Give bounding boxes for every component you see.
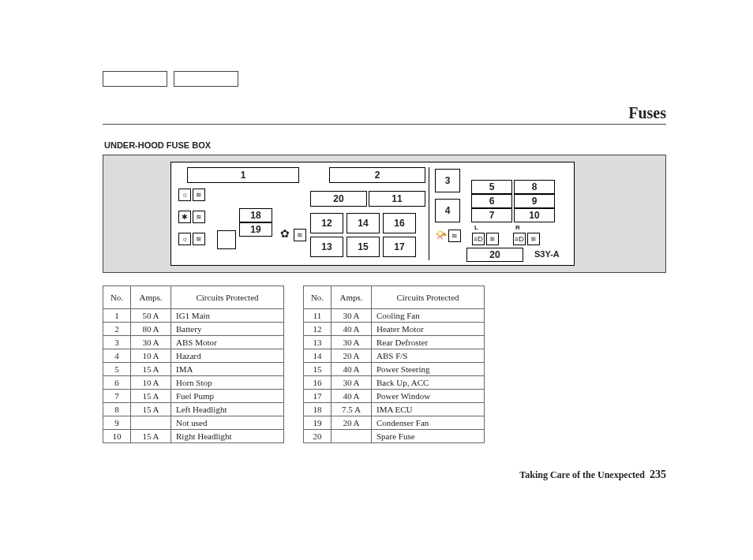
slot-2: 2	[329, 167, 425, 183]
table-row: 1920 ACondenser Fan	[304, 416, 485, 430]
cell-no: 9	[103, 416, 131, 430]
table-row: 410 AHazard	[103, 349, 284, 363]
cell-circuit: Cooling Fan	[372, 309, 485, 323]
fuse-tables: No. Amps. Circuits Protected 150 AIG1 Ma…	[103, 286, 666, 443]
cell-circuit: Right Headlight	[171, 430, 284, 443]
slot-12: 12	[310, 213, 343, 233]
headlight-icon: ≡D	[472, 233, 485, 245]
cell-no: 19	[304, 416, 332, 430]
cell-amps: 15 A	[131, 403, 171, 416]
cell-amps: 30 A	[332, 336, 372, 349]
col-circuits: Circuits Protected	[171, 286, 284, 309]
slot-5: 5	[471, 180, 512, 194]
cell-amps	[131, 416, 171, 430]
table-row: 280 ABattery	[103, 323, 284, 336]
cell-no: 4	[103, 349, 131, 363]
table-row: 715 AFuel Pump	[103, 390, 284, 403]
cell-no: 13	[304, 336, 332, 349]
wave-icon: ≋	[486, 233, 499, 245]
cell-amps: 7.5 A	[332, 403, 372, 416]
cell-no: 14	[304, 349, 332, 363]
cell-amps: 10 A	[131, 376, 171, 390]
col-circuits: Circuits Protected	[372, 286, 485, 309]
cell-amps: 50 A	[131, 309, 171, 323]
cell-no: 2	[103, 323, 131, 336]
cell-amps: 40 A	[332, 363, 372, 376]
part-code: S3Y-A	[534, 249, 560, 259]
cell-amps: 30 A	[332, 309, 372, 323]
slot-17: 17	[383, 237, 416, 257]
slot-18: 18	[239, 208, 272, 222]
col-amps: Amps.	[131, 286, 171, 309]
slot-16: 16	[383, 213, 416, 233]
star-icon: ✱	[178, 211, 191, 223]
cell-no: 3	[103, 336, 131, 349]
headlight-icon: ≡D	[513, 233, 526, 245]
cell-no: 11	[304, 309, 332, 323]
horn-icon-block: 📯≋	[435, 227, 462, 243]
cell-no: 1	[103, 309, 131, 323]
cell-circuit: IG1 Main	[171, 309, 284, 323]
cell-amps: 40 A	[332, 390, 372, 403]
cell-circuit: Condenser Fan	[372, 416, 485, 430]
slot-15: 15	[347, 237, 380, 257]
section-subhead: UNDER-HOOD FUSE BOX	[104, 140, 666, 150]
slot-6: 6	[471, 194, 512, 208]
slot-7: 7	[471, 208, 512, 222]
cell-circuit: IMA ECU	[372, 403, 485, 416]
table-row: 150 AIG1 Main	[103, 309, 284, 323]
table-row: 20Spare Fuse	[304, 430, 485, 443]
table-row: 515 AIMA	[103, 363, 284, 376]
fuse-box-diagram: 1 2 ☼≋ ✱≋ ☼≋ 18 19 ✿≋ 20 11 1	[170, 162, 575, 266]
table-row: 1540 APower Steering	[304, 363, 485, 376]
cell-amps: 30 A	[332, 376, 372, 390]
empty-top-slot	[471, 167, 511, 180]
cell-amps: 20 A	[332, 349, 372, 363]
slot-14: 14	[347, 213, 380, 233]
cell-no: 12	[304, 323, 332, 336]
table-row: 1330 ARear Defroster	[304, 336, 485, 349]
cell-circuit: Not used	[171, 416, 284, 430]
cell-no: 20	[304, 430, 332, 443]
cell-no: 7	[103, 390, 131, 403]
cell-circuit: ABS F/S	[372, 349, 485, 363]
cell-circuit: Fuel Pump	[171, 390, 284, 403]
cell-circuit: Back Up, ACC	[372, 376, 485, 390]
l-headlight-icons: ≡D≋	[471, 230, 500, 246]
page-footer: Taking Care of the Unexpected 235	[519, 469, 666, 481]
cell-amps: 20 A	[332, 416, 372, 430]
cell-circuit: Rear Defroster	[372, 336, 485, 349]
table-row: 610 AHorn Stop	[103, 376, 284, 390]
cell-circuit: Hazard	[171, 349, 284, 363]
table-row: 1630 ABack Up, ACC	[304, 376, 485, 390]
cell-circuit: Power Window	[372, 390, 485, 403]
cell-no: 5	[103, 363, 131, 376]
fuse-table-a: No. Amps. Circuits Protected 150 AIG1 Ma…	[103, 286, 284, 443]
table-row: 9Not used	[103, 416, 284, 430]
fuse-table-b: No. Amps. Circuits Protected 1130 ACooli…	[303, 286, 485, 443]
slot-3: 3	[435, 169, 460, 192]
page-number: 235	[650, 469, 666, 480]
blank-box	[103, 71, 167, 87]
cell-circuit: Horn Stop	[171, 376, 284, 390]
slot-19: 19	[239, 222, 272, 237]
section-name: Taking Care of the Unexpected	[519, 469, 645, 480]
slot-1: 1	[187, 167, 299, 183]
cell-no: 18	[304, 403, 332, 416]
divider	[429, 167, 429, 260]
cell-amps: 80 A	[131, 323, 171, 336]
table-row: 1420 AABS F/S	[304, 349, 485, 363]
cell-circuit: IMA	[171, 363, 284, 376]
cell-amps: 10 A	[131, 349, 171, 363]
cell-no: 17	[304, 390, 332, 403]
table-row: 1130 ACooling Fan	[304, 309, 485, 323]
wave-icon: ≋	[193, 189, 205, 201]
horn-icon: 📯	[435, 230, 448, 241]
cell-no: 16	[304, 376, 332, 390]
sun-icon: ☼	[178, 189, 191, 201]
table-row: 1240 AHeater Motor	[304, 323, 485, 336]
cell-circuit: Left Headlight	[171, 403, 284, 416]
r-headlight-icons: ≡D≋	[512, 230, 541, 246]
slot-8: 8	[514, 180, 555, 194]
cell-circuit: Battery	[171, 323, 284, 336]
